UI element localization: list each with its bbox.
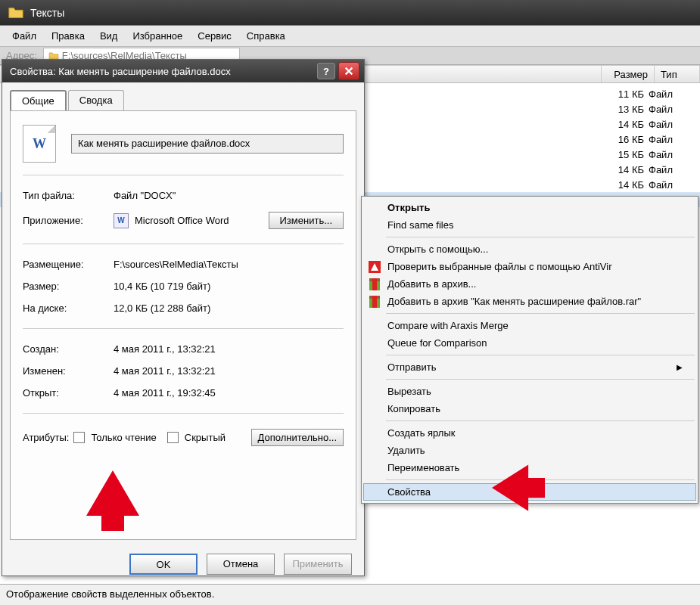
column-type[interactable]: Тип [655, 66, 700, 82]
help-button[interactable]: ? [317, 63, 335, 79]
ctx-properties[interactable]: Свойства [363, 483, 696, 501]
label-size: Размер: [23, 281, 114, 292]
label-created: Создан: [23, 343, 114, 355]
label-hidden: Скрытый [185, 432, 226, 443]
ctx-copy[interactable]: Копировать [363, 400, 696, 417]
label-attributes: Атрибуты: [23, 432, 69, 443]
value-size: 10,4 КБ (10 719 байт) [114, 281, 344, 292]
value-modified: 4 мая 2011 г., 13:32:21 [114, 365, 344, 377]
word-icon: W [114, 213, 129, 228]
ctx-add-archive[interactable]: Добавить в архив... [363, 275, 696, 293]
svg-marker-0 [86, 470, 139, 531]
ctx-compare-araxis[interactable]: Compare with Araxis Merge [363, 317, 696, 334]
tab-summary[interactable]: Сводка [68, 90, 124, 110]
svg-rect-7 [372, 296, 377, 308]
document-icon: W [23, 125, 56, 163]
label-ondisk: На диске: [23, 302, 114, 314]
menu-service[interactable]: Сервис [190, 27, 239, 45]
ctx-cut[interactable]: Вырезать [363, 383, 696, 400]
ok-button[interactable]: OK [129, 554, 198, 575]
svg-rect-4 [372, 278, 377, 290]
window-title: Тексты [30, 7, 64, 19]
menu-file[interactable]: Файл [5, 27, 44, 45]
chevron-right-icon: ▶ [677, 363, 683, 371]
column-size[interactable]: Размер [602, 66, 655, 82]
advanced-button[interactable]: Дополнительно... [251, 429, 344, 446]
dialog-title: Свойства: Как менять расширение файлов.d… [10, 66, 317, 77]
annotation-arrow-icon [86, 470, 139, 533]
tab-strip: Общие Сводка [2, 82, 364, 110]
ctx-queue-comparison[interactable]: Queue for Comparison [363, 334, 696, 352]
menu-help[interactable]: Справка [239, 27, 293, 45]
ctx-send-to[interactable]: Отправить▶ [363, 358, 696, 376]
value-created: 4 мая 2011 г., 13:32:21 [114, 343, 344, 355]
titlebar: Тексты [0, 0, 700, 26]
archive-icon [368, 295, 381, 309]
context-menu: Открыть Find same files Открыть с помощь… [361, 196, 698, 504]
label-readonly: Только чтение [91, 432, 156, 443]
ctx-find-same-files[interactable]: Find same files [363, 216, 696, 234]
label-accessed: Открыт: [23, 387, 114, 399]
tab-panel-general: W Как менять расширение файлов.docx Тип … [10, 110, 356, 540]
ctx-add-archive-named[interactable]: Добавить в архив "Как менять расширение … [363, 293, 696, 310]
label-location: Размещение: [23, 259, 114, 270]
antivir-icon [368, 260, 381, 274]
close-button[interactable] [338, 62, 359, 80]
statusbar: Отображение свойств выделенных объектов. [0, 584, 700, 605]
tab-general[interactable]: Общие [10, 90, 67, 110]
label-filetype: Тип файла: [23, 190, 114, 201]
label-modified: Изменен: [23, 365, 114, 377]
dialog-button-row: OK Отмена Применить [2, 548, 364, 585]
value-ondisk: 12,0 КБ (12 288 байт) [114, 302, 344, 314]
value-application: Microsoft Office Word [135, 215, 229, 226]
change-button[interactable]: Изменить... [269, 212, 344, 229]
ctx-delete[interactable]: Удалить [363, 442, 696, 459]
folder-icon [8, 5, 24, 21]
value-accessed: 4 мая 2011 г., 19:32:45 [114, 387, 344, 399]
menu-edit[interactable]: Правка [44, 27, 92, 45]
properties-dialog: Свойства: Как менять расширение файлов.d… [2, 59, 365, 576]
ctx-rename[interactable]: Переименовать [363, 459, 696, 476]
ctx-open[interactable]: Открыть [363, 199, 696, 216]
checkbox-readonly[interactable] [73, 432, 85, 443]
cancel-button[interactable]: Отмена [207, 554, 275, 575]
label-application: Приложение: [23, 215, 114, 226]
value-filetype: Файл "DOCX" [114, 190, 344, 201]
menu-view[interactable]: Вид [92, 27, 126, 45]
filename-field[interactable]: Как менять расширение файлов.docx [71, 134, 344, 154]
menu-favorites[interactable]: Избранное [125, 27, 190, 45]
ctx-open-with[interactable]: Открыть с помощью... [363, 240, 696, 258]
ctx-antivir[interactable]: Проверить выбранные файлы с помощью Anti… [363, 258, 696, 275]
apply-button[interactable]: Применить [284, 554, 352, 575]
status-text: Отображение свойств выделенных объектов. [6, 588, 214, 600]
dialog-titlebar: Свойства: Как менять расширение файлов.d… [2, 60, 364, 82]
value-location: F:\sources\RelMedia\Тексты [114, 259, 344, 270]
menubar: Файл Правка Вид Избранное Сервис Справка [0, 26, 700, 47]
ctx-create-shortcut[interactable]: Создать ярлык [363, 424, 696, 442]
archive-icon [368, 278, 381, 291]
checkbox-hidden[interactable] [167, 432, 179, 443]
